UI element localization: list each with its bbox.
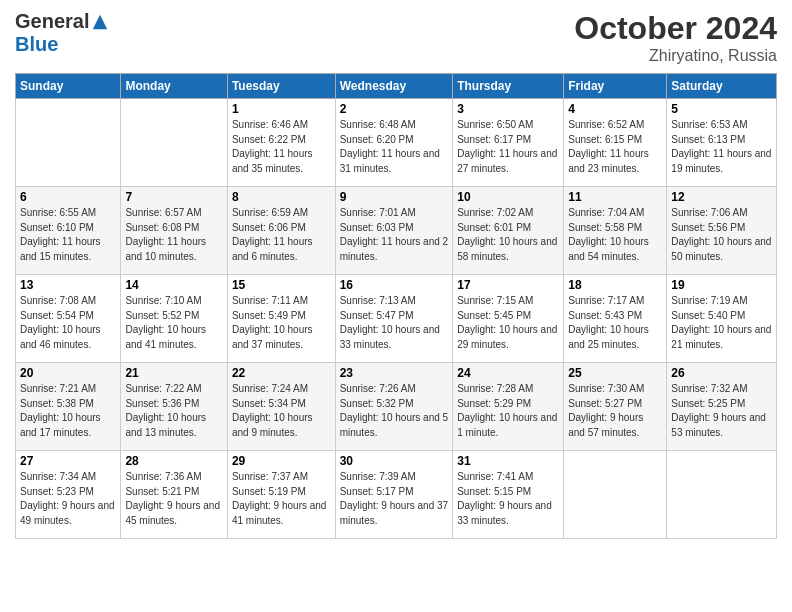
day-number: 5	[671, 102, 772, 116]
day-number: 21	[125, 366, 222, 380]
table-row: 24Sunrise: 7:28 AM Sunset: 5:29 PM Dayli…	[453, 363, 564, 451]
day-number: 17	[457, 278, 559, 292]
week-row-1: 1Sunrise: 6:46 AM Sunset: 6:22 PM Daylig…	[16, 99, 777, 187]
table-row: 9Sunrise: 7:01 AM Sunset: 6:03 PM Daylig…	[335, 187, 453, 275]
table-row: 31Sunrise: 7:41 AM Sunset: 5:15 PM Dayli…	[453, 451, 564, 539]
week-row-4: 20Sunrise: 7:21 AM Sunset: 5:38 PM Dayli…	[16, 363, 777, 451]
col-thursday: Thursday	[453, 74, 564, 99]
week-row-5: 27Sunrise: 7:34 AM Sunset: 5:23 PM Dayli…	[16, 451, 777, 539]
table-row: 12Sunrise: 7:06 AM Sunset: 5:56 PM Dayli…	[667, 187, 777, 275]
day-number: 4	[568, 102, 662, 116]
day-info: Sunrise: 7:26 AM Sunset: 5:32 PM Dayligh…	[340, 382, 449, 440]
day-info: Sunrise: 6:46 AM Sunset: 6:22 PM Dayligh…	[232, 118, 331, 176]
table-row: 2Sunrise: 6:48 AM Sunset: 6:20 PM Daylig…	[335, 99, 453, 187]
table-row	[16, 99, 121, 187]
day-number: 30	[340, 454, 449, 468]
table-row: 27Sunrise: 7:34 AM Sunset: 5:23 PM Dayli…	[16, 451, 121, 539]
day-number: 7	[125, 190, 222, 204]
col-tuesday: Tuesday	[227, 74, 335, 99]
day-number: 18	[568, 278, 662, 292]
day-info: Sunrise: 7:41 AM Sunset: 5:15 PM Dayligh…	[457, 470, 559, 528]
day-number: 29	[232, 454, 331, 468]
day-info: Sunrise: 7:19 AM Sunset: 5:40 PM Dayligh…	[671, 294, 772, 352]
day-number: 26	[671, 366, 772, 380]
day-number: 19	[671, 278, 772, 292]
day-number: 16	[340, 278, 449, 292]
table-row: 28Sunrise: 7:36 AM Sunset: 5:21 PM Dayli…	[121, 451, 227, 539]
day-info: Sunrise: 6:52 AM Sunset: 6:15 PM Dayligh…	[568, 118, 662, 176]
table-row: 10Sunrise: 7:02 AM Sunset: 6:01 PM Dayli…	[453, 187, 564, 275]
header-row: Sunday Monday Tuesday Wednesday Thursday…	[16, 74, 777, 99]
day-info: Sunrise: 7:15 AM Sunset: 5:45 PM Dayligh…	[457, 294, 559, 352]
day-number: 28	[125, 454, 222, 468]
logo-icon	[91, 13, 109, 31]
table-row: 3Sunrise: 6:50 AM Sunset: 6:17 PM Daylig…	[453, 99, 564, 187]
day-info: Sunrise: 7:39 AM Sunset: 5:17 PM Dayligh…	[340, 470, 449, 528]
table-row: 14Sunrise: 7:10 AM Sunset: 5:52 PM Dayli…	[121, 275, 227, 363]
day-number: 14	[125, 278, 222, 292]
table-row: 6Sunrise: 6:55 AM Sunset: 6:10 PM Daylig…	[16, 187, 121, 275]
table-row	[667, 451, 777, 539]
day-number: 20	[20, 366, 116, 380]
table-row: 21Sunrise: 7:22 AM Sunset: 5:36 PM Dayli…	[121, 363, 227, 451]
month-title: October 2024	[574, 10, 777, 47]
day-number: 25	[568, 366, 662, 380]
table-row: 8Sunrise: 6:59 AM Sunset: 6:06 PM Daylig…	[227, 187, 335, 275]
day-info: Sunrise: 6:55 AM Sunset: 6:10 PM Dayligh…	[20, 206, 116, 264]
day-info: Sunrise: 7:06 AM Sunset: 5:56 PM Dayligh…	[671, 206, 772, 264]
day-number: 12	[671, 190, 772, 204]
table-row: 20Sunrise: 7:21 AM Sunset: 5:38 PM Dayli…	[16, 363, 121, 451]
day-info: Sunrise: 7:30 AM Sunset: 5:27 PM Dayligh…	[568, 382, 662, 440]
page-container: General Blue October 2024 Zhiryatino, Ru…	[0, 0, 792, 549]
day-info: Sunrise: 7:10 AM Sunset: 5:52 PM Dayligh…	[125, 294, 222, 352]
table-row: 13Sunrise: 7:08 AM Sunset: 5:54 PM Dayli…	[16, 275, 121, 363]
day-info: Sunrise: 7:21 AM Sunset: 5:38 PM Dayligh…	[20, 382, 116, 440]
day-info: Sunrise: 7:04 AM Sunset: 5:58 PM Dayligh…	[568, 206, 662, 264]
table-row: 16Sunrise: 7:13 AM Sunset: 5:47 PM Dayli…	[335, 275, 453, 363]
day-number: 10	[457, 190, 559, 204]
day-number: 2	[340, 102, 449, 116]
col-wednesday: Wednesday	[335, 74, 453, 99]
table-row: 25Sunrise: 7:30 AM Sunset: 5:27 PM Dayli…	[564, 363, 667, 451]
table-row: 4Sunrise: 6:52 AM Sunset: 6:15 PM Daylig…	[564, 99, 667, 187]
table-row: 1Sunrise: 6:46 AM Sunset: 6:22 PM Daylig…	[227, 99, 335, 187]
day-number: 3	[457, 102, 559, 116]
table-row: 29Sunrise: 7:37 AM Sunset: 5:19 PM Dayli…	[227, 451, 335, 539]
header: General Blue October 2024 Zhiryatino, Ru…	[15, 10, 777, 65]
table-row: 23Sunrise: 7:26 AM Sunset: 5:32 PM Dayli…	[335, 363, 453, 451]
day-info: Sunrise: 6:59 AM Sunset: 6:06 PM Dayligh…	[232, 206, 331, 264]
day-info: Sunrise: 7:13 AM Sunset: 5:47 PM Dayligh…	[340, 294, 449, 352]
table-row: 26Sunrise: 7:32 AM Sunset: 5:25 PM Dayli…	[667, 363, 777, 451]
week-row-2: 6Sunrise: 6:55 AM Sunset: 6:10 PM Daylig…	[16, 187, 777, 275]
day-number: 22	[232, 366, 331, 380]
col-saturday: Saturday	[667, 74, 777, 99]
table-row	[564, 451, 667, 539]
table-row	[121, 99, 227, 187]
day-info: Sunrise: 6:50 AM Sunset: 6:17 PM Dayligh…	[457, 118, 559, 176]
day-number: 15	[232, 278, 331, 292]
day-info: Sunrise: 7:32 AM Sunset: 5:25 PM Dayligh…	[671, 382, 772, 440]
table-row: 5Sunrise: 6:53 AM Sunset: 6:13 PM Daylig…	[667, 99, 777, 187]
day-number: 27	[20, 454, 116, 468]
logo-blue-text: Blue	[15, 33, 58, 56]
col-sunday: Sunday	[16, 74, 121, 99]
day-info: Sunrise: 7:02 AM Sunset: 6:01 PM Dayligh…	[457, 206, 559, 264]
day-info: Sunrise: 7:37 AM Sunset: 5:19 PM Dayligh…	[232, 470, 331, 528]
day-number: 31	[457, 454, 559, 468]
day-number: 23	[340, 366, 449, 380]
day-info: Sunrise: 6:48 AM Sunset: 6:20 PM Dayligh…	[340, 118, 449, 176]
day-info: Sunrise: 7:01 AM Sunset: 6:03 PM Dayligh…	[340, 206, 449, 264]
day-info: Sunrise: 6:53 AM Sunset: 6:13 PM Dayligh…	[671, 118, 772, 176]
table-row: 7Sunrise: 6:57 AM Sunset: 6:08 PM Daylig…	[121, 187, 227, 275]
day-number: 1	[232, 102, 331, 116]
table-row: 17Sunrise: 7:15 AM Sunset: 5:45 PM Dayli…	[453, 275, 564, 363]
day-info: Sunrise: 7:11 AM Sunset: 5:49 PM Dayligh…	[232, 294, 331, 352]
day-number: 6	[20, 190, 116, 204]
logo: General Blue	[15, 10, 109, 56]
table-row: 15Sunrise: 7:11 AM Sunset: 5:49 PM Dayli…	[227, 275, 335, 363]
day-number: 11	[568, 190, 662, 204]
day-number: 8	[232, 190, 331, 204]
day-info: Sunrise: 7:22 AM Sunset: 5:36 PM Dayligh…	[125, 382, 222, 440]
table-row: 11Sunrise: 7:04 AM Sunset: 5:58 PM Dayli…	[564, 187, 667, 275]
col-friday: Friday	[564, 74, 667, 99]
